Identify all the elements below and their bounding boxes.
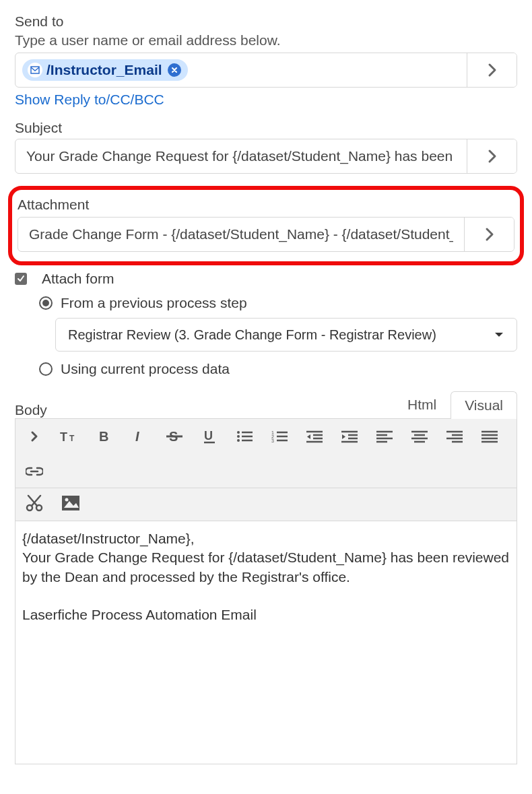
send-to-label: Send to xyxy=(15,13,517,30)
underline-icon: U xyxy=(203,428,216,444)
outdent-button[interactable] xyxy=(304,426,325,447)
svg-text:T: T xyxy=(69,434,75,443)
image-button[interactable] xyxy=(60,492,81,514)
align-justify-icon xyxy=(481,430,498,443)
bold-icon: B xyxy=(98,429,111,444)
editor-toolbar: TT B I S U 123 xyxy=(15,419,517,488)
send-to-expand-button[interactable] xyxy=(467,53,517,87)
image-icon xyxy=(61,495,80,511)
subject-expand-button[interactable] xyxy=(467,139,517,173)
svg-text:T: T xyxy=(60,430,67,444)
tab-visual[interactable]: Visual xyxy=(451,391,517,419)
strikethrough-icon: S xyxy=(166,429,182,444)
scissors-icon xyxy=(26,494,43,512)
radio-current-data-label: Using current process data xyxy=(61,361,230,377)
link-icon xyxy=(26,467,43,476)
attachment-input[interactable] xyxy=(25,218,457,251)
svg-point-8 xyxy=(237,431,240,434)
bullet-list-icon xyxy=(236,430,253,443)
body-line-1: {/dataset/Instructor_Name}, xyxy=(22,529,510,548)
radio-current-data-row: Using current process data xyxy=(39,361,517,377)
subject-label: Subject xyxy=(15,120,517,136)
numbered-list-icon: 123 xyxy=(271,430,288,443)
attach-form-checkbox[interactable] xyxy=(15,273,27,285)
chevron-right-icon xyxy=(488,63,497,77)
attachment-expand-button[interactable] xyxy=(464,218,514,251)
bold-button[interactable]: B xyxy=(94,426,115,447)
send-to-help: Type a user name or email address below. xyxy=(15,32,517,48)
radio-previous-step[interactable] xyxy=(39,296,53,310)
attach-form-checkbox-label: Attach form xyxy=(42,271,114,287)
font-size-button[interactable]: TT xyxy=(59,426,80,447)
radio-previous-step-row: From a previous process step xyxy=(39,295,517,311)
editor-toolbar-row2 xyxy=(15,488,517,521)
cut-button[interactable] xyxy=(24,492,45,514)
align-justify-button[interactable] xyxy=(479,426,500,447)
previous-step-select-value: Registrar Review (3. Grade Change Form -… xyxy=(68,327,436,343)
strikethrough-button[interactable]: S xyxy=(164,426,185,447)
subject-input-row xyxy=(15,139,517,174)
radio-previous-step-label: From a previous process step xyxy=(61,295,247,311)
body-line-3: Laserfiche Process Automation Email xyxy=(22,605,510,624)
send-to-block: Send to Type a user name or email addres… xyxy=(15,13,517,108)
recipient-chip[interactable]: /Instructor_Email xyxy=(22,59,188,81)
align-right-button[interactable] xyxy=(444,426,465,447)
body-line-2: Your Grade Change Request for {/dataset/… xyxy=(22,548,510,587)
italic-button[interactable]: I xyxy=(129,426,150,447)
body-tabs: Html Visual xyxy=(393,391,517,418)
svg-text:B: B xyxy=(99,429,108,444)
indent-button[interactable] xyxy=(339,426,360,447)
attachment-label: Attachment xyxy=(18,197,514,213)
previous-step-select[interactable]: Registrar Review (3. Grade Change Form -… xyxy=(55,318,517,352)
send-to-input[interactable]: /Instructor_Email xyxy=(15,53,467,87)
radio-current-data[interactable] xyxy=(39,362,53,376)
attach-form-checkbox-row: Attach form xyxy=(15,271,517,287)
expand-toolbar-button[interactable] xyxy=(24,426,45,447)
align-center-button[interactable] xyxy=(409,426,430,447)
svg-point-12 xyxy=(237,439,240,442)
recipient-chip-label: /Instructor_Email xyxy=(46,62,162,78)
subject-block: Subject xyxy=(15,120,517,174)
body-editor: TT B I S U 123 {/dataset/Instructor_Name… xyxy=(15,418,517,764)
svg-text:U: U xyxy=(204,429,213,442)
subject-input[interactable] xyxy=(22,139,460,173)
svg-point-10 xyxy=(237,435,240,438)
link-button[interactable] xyxy=(24,461,45,482)
tab-html[interactable]: Html xyxy=(393,391,451,418)
align-center-icon xyxy=(411,430,428,443)
align-left-icon xyxy=(376,430,393,443)
attachment-input-row xyxy=(18,217,514,252)
attachment-highlight-frame: Attachment xyxy=(8,186,524,265)
bullet-list-button[interactable] xyxy=(234,426,255,447)
numbered-list-button[interactable]: 123 xyxy=(269,426,290,447)
chevron-right-icon xyxy=(485,227,494,242)
svg-point-48 xyxy=(65,498,69,502)
send-to-input-row: /Instructor_Email xyxy=(15,53,517,88)
show-reply-link[interactable]: Show Reply to/CC/BCC xyxy=(15,92,164,108)
body-header: Body Html Visual xyxy=(15,391,517,418)
outdent-icon xyxy=(306,430,323,443)
editor-body[interactable]: {/dataset/Instructor_Name}, Your Grade C… xyxy=(15,521,517,764)
align-right-icon xyxy=(446,430,463,443)
indent-icon xyxy=(341,430,358,443)
chevron-right-icon xyxy=(30,430,38,443)
body-label: Body xyxy=(15,402,47,418)
svg-text:3: 3 xyxy=(271,438,274,443)
mail-icon xyxy=(28,63,42,77)
underline-button[interactable]: U xyxy=(199,426,220,447)
svg-text:I: I xyxy=(135,429,139,444)
close-icon[interactable] xyxy=(168,63,181,77)
chevron-right-icon xyxy=(488,149,497,164)
caret-down-icon xyxy=(494,331,504,338)
align-left-button[interactable] xyxy=(374,426,395,447)
italic-icon: I xyxy=(133,429,146,444)
font-size-icon: TT xyxy=(60,429,79,444)
